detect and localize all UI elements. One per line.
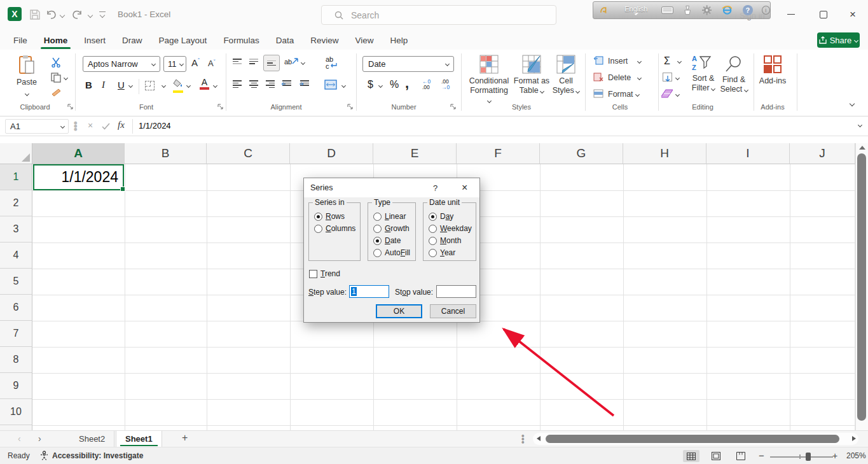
radio-day[interactable]: Day [429, 212, 453, 221]
zoom-slider-track[interactable] [770, 456, 833, 458]
zoom-slider-thumb[interactable] [806, 453, 811, 461]
increase-font-size-button[interactable]: Aˆ [191, 57, 200, 68]
select-all-button[interactable] [0, 143, 32, 164]
paste-button[interactable]: Paste [10, 55, 43, 102]
tab-data[interactable]: Data [268, 31, 303, 50]
row-header-1[interactable]: 1 [0, 164, 32, 190]
currency-button[interactable]: $ [368, 79, 373, 90]
insert-cells-chevron-icon[interactable] [637, 59, 642, 64]
column-header-C[interactable]: C [207, 143, 290, 164]
radio-autofill[interactable]: AutoFill [373, 248, 410, 257]
format-cells-icon[interactable] [593, 89, 603, 98]
vertical-scrollbar[interactable] [855, 143, 868, 430]
fill-color-button[interactable] [173, 79, 183, 93]
autosum-chevron-icon[interactable] [677, 59, 682, 64]
column-header-H[interactable]: H [623, 143, 706, 164]
radio-month[interactable]: Month [429, 236, 461, 245]
minimize-button[interactable] [787, 14, 795, 15]
borders-button[interactable] [145, 81, 155, 90]
bold-button[interactable]: B [85, 80, 92, 90]
active-cell-a1[interactable]: 1/1/2024 [33, 164, 124, 190]
align-top-button[interactable] [233, 59, 242, 64]
ok-button[interactable]: OK [376, 304, 422, 318]
scroll-up-arrow-icon[interactable] [859, 146, 865, 150]
fill-chevron-icon[interactable] [675, 76, 680, 80]
formula-bar-expand-chevron-icon[interactable] [858, 123, 862, 127]
tab-formulas[interactable]: Formulas [215, 31, 267, 50]
zoom-out-button[interactable]: − [759, 450, 764, 461]
font-color-button[interactable]: A [200, 78, 209, 90]
tab-home[interactable]: Home [36, 31, 76, 50]
fill-color-chevron-icon[interactable] [186, 83, 191, 88]
excel-app-icon[interactable]: X [8, 7, 22, 21]
redo-icon[interactable] [71, 10, 83, 20]
enter-entry-icon[interactable] [102, 123, 110, 130]
ime-info-icon[interactable]: i [762, 6, 770, 15]
share-button[interactable]: Share [817, 32, 860, 48]
sheet-tab-sheet1[interactable]: Sheet1 [116, 431, 162, 447]
ime-avro-icon[interactable] [600, 5, 609, 15]
tab-help[interactable]: Help [382, 31, 416, 50]
column-header-F[interactable]: F [457, 143, 540, 164]
increase-indent-button[interactable] [300, 80, 309, 86]
ime-toolbar[interactable]: English ? i [593, 1, 771, 19]
view-page-layout-icon[interactable] [712, 452, 720, 460]
name-box-drag-dots-icon[interactable]: ⦁⦁⦁ [74, 121, 78, 130]
wrap-text-button[interactable]: abc [326, 56, 337, 69]
column-header-B[interactable]: B [125, 143, 207, 164]
number-dialog-launcher-icon[interactable] [450, 104, 456, 109]
dialog-help-icon[interactable]: ? [433, 183, 437, 193]
series-dialog[interactable]: Series ? × Series in Rows Columns Type L… [303, 178, 480, 323]
column-header-G[interactable]: G [540, 143, 623, 164]
insert-function-icon[interactable]: fx [118, 120, 125, 130]
decrease-font-size-button[interactable]: Aˇ [208, 59, 216, 68]
zoom-in-button[interactable]: + [832, 451, 837, 461]
alignment-dialog-launcher-icon[interactable] [347, 104, 353, 109]
delete-cells-button[interactable]: Delete [608, 73, 631, 82]
radio-year[interactable]: Year [429, 248, 455, 257]
horizontal-scrollbar-thumb[interactable] [546, 435, 839, 443]
step-value-input[interactable]: 1 [349, 285, 389, 298]
sheet-tab-sheet2[interactable]: Sheet2 [70, 431, 114, 447]
align-middle-button[interactable] [249, 59, 258, 64]
currency-chevron-icon[interactable] [378, 83, 383, 88]
stop-value-input[interactable] [436, 285, 476, 298]
collapse-ribbon-chevron-icon[interactable] [850, 101, 855, 106]
view-page-break-icon[interactable] [736, 452, 745, 460]
insert-cells-button[interactable]: Insert [608, 57, 628, 66]
ime-help-icon[interactable]: ? [743, 5, 752, 15]
radio-columns[interactable]: Columns [314, 224, 355, 233]
radio-date[interactable]: Date [373, 236, 401, 245]
find-select-button[interactable]: Find &Select [719, 55, 749, 102]
sheet-nav-left-icon[interactable]: ‹ [18, 433, 21, 444]
row-header-2[interactable]: 2 [0, 190, 32, 216]
horizontal-scrollbar[interactable] [533, 433, 858, 445]
row-header-10[interactable]: 10 [0, 399, 32, 425]
undo-icon[interactable] [46, 10, 57, 20]
column-header-J[interactable]: J [790, 143, 855, 164]
tab-view[interactable]: View [347, 31, 382, 50]
row-header-7[interactable]: 7 [0, 321, 32, 347]
merge-center-chevron-icon[interactable] [341, 83, 346, 88]
radio-growth[interactable]: Growth [373, 224, 410, 233]
align-center-button[interactable] [249, 80, 258, 88]
tab-insert[interactable]: Insert [76, 31, 114, 50]
clear-eraser-icon[interactable] [661, 89, 673, 98]
undo-dropdown-icon[interactable] [60, 13, 65, 18]
percent-button[interactable]: % [390, 79, 399, 90]
redo-dropdown-icon[interactable] [88, 13, 93, 18]
conditional-formatting-button[interactable]: ConditionalFormatting [468, 55, 510, 102]
fill-handle[interactable] [120, 186, 125, 192]
new-sheet-button[interactable]: + [182, 432, 188, 444]
font-name-combo[interactable]: Aptos Narrow [83, 56, 160, 72]
row-header-9[interactable]: 9 [0, 373, 32, 399]
tab-file[interactable]: File [5, 31, 36, 50]
cell-styles-button[interactable]: CellStyles [549, 55, 582, 102]
clipboard-dialog-launcher-icon[interactable] [67, 104, 73, 109]
dialog-close-icon[interactable]: × [462, 182, 467, 193]
ime-mortar-icon[interactable] [684, 5, 691, 15]
decrease-indent-button[interactable] [282, 80, 291, 86]
close-button[interactable]: × [850, 8, 856, 21]
column-header-A[interactable]: A [32, 143, 125, 164]
autosum-button[interactable]: Σ [664, 55, 670, 67]
